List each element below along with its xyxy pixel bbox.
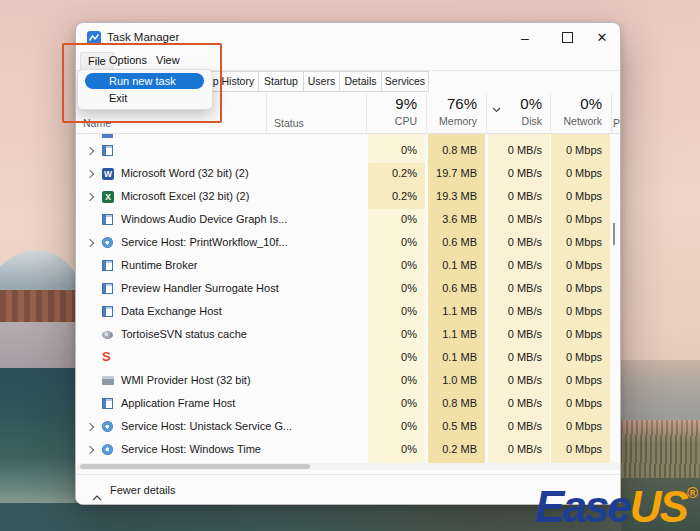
cpu-cell: 0% (368, 416, 425, 439)
disk-cell: 0 MB/s (488, 209, 550, 232)
disk-cell: 0 MB/s (488, 163, 550, 186)
table-row[interactable]: WMI Provider Host (32 bit)0%1.0 MB0 MB/s… (76, 370, 621, 393)
disk-cell: 0 MB/s (488, 278, 550, 301)
tab-users[interactable]: Users (303, 71, 340, 92)
network-cell: 0 Mbps (551, 416, 610, 439)
column-header-status[interactable]: Status (274, 117, 304, 129)
memory-cell: 0.2 MB (428, 439, 485, 462)
memory-cell: 0.8 MB (428, 140, 485, 163)
table-row[interactable]: Runtime Broker0%0.1 MB0 MB/s0 Mbps (76, 255, 621, 278)
table-row[interactable]: Service Host: Unistack Service G...0%0.5… (76, 416, 621, 439)
disk-cell: 0 MB/s (488, 347, 550, 370)
red-s-icon: S (102, 351, 111, 363)
expand-chevron-icon[interactable] (86, 239, 94, 247)
process-name: Microsoft Word (32 bit) (2) (121, 167, 249, 179)
wallpaper-slope (0, 322, 80, 372)
annotation-highlight-rect (62, 43, 222, 123)
disk-cell: 0 MB/s (488, 370, 550, 393)
tortoise-icon (102, 331, 113, 339)
minimize-button[interactable]: – (508, 23, 542, 53)
network-cell: 0 Mbps (551, 393, 610, 416)
vertical-scrollbar-thumb[interactable] (613, 223, 615, 245)
gear-icon (102, 444, 113, 455)
network-cell: 0 Mbps (551, 278, 610, 301)
window-title: Task Manager (107, 31, 179, 43)
memory-cell: 1.0 MB (428, 370, 485, 393)
disk-cell: 0 MB/s (488, 186, 550, 209)
process-name: Service Host: PrintWorkflow_10f... (121, 236, 288, 248)
process-name: Preview Handler Surrogate Host (121, 282, 279, 294)
table-row[interactable]: Data Exchange Host0%1.1 MB0 MB/s0 Mbps (76, 301, 621, 324)
memory-cell: 0.1 MB (428, 347, 485, 370)
tab-services[interactable]: Services (381, 71, 429, 92)
cpu-cell: 0% (368, 278, 425, 301)
app-window-icon (102, 398, 113, 409)
column-header-cpu[interactable]: 9% CPU (368, 94, 425, 133)
clipped-row-icon-fragment (102, 134, 113, 138)
expand-chevron-icon[interactable] (86, 170, 94, 178)
disk-cell: 0 MB/s (488, 140, 550, 163)
app-window-icon (102, 306, 113, 317)
close-button[interactable]: ✕ (585, 23, 619, 53)
table-row[interactable]: WMicrosoft Word (32 bit) (2)0.2%19.7 MB0… (76, 163, 621, 186)
row-list: 0%0.8 MB0 MB/s0 MbpsWMicrosoft Word (32 … (76, 140, 621, 462)
network-cell: 0 Mbps (551, 255, 610, 278)
expand-chevron-icon[interactable] (86, 147, 94, 155)
cpu-cell: 0.2% (368, 186, 425, 209)
network-cell: 0 Mbps (551, 324, 610, 347)
disk-cell: 0 MB/s (488, 301, 550, 324)
gear-icon (102, 421, 113, 432)
table-row[interactable]: Windows Audio Device Graph Is...0%3.6 MB… (76, 209, 621, 232)
table-row[interactable]: Preview Handler Surrogate Host0%0.6 MB0 … (76, 278, 621, 301)
table-row[interactable]: XMicrosoft Excel (32 bit) (2)0.2%19.3 MB… (76, 186, 621, 209)
table-row[interactable]: TortoiseSVN status cache0%1.1 MB0 MB/s0 … (76, 324, 621, 347)
column-separator (611, 93, 612, 134)
network-cell: 0 Mbps (551, 163, 610, 186)
table-row[interactable]: Service Host: Windows Time0%0.2 MB0 MB/s… (76, 439, 621, 462)
tab-startup[interactable]: Startup (258, 71, 304, 92)
cpu-cell: 0% (368, 209, 425, 232)
chevron-up-icon (92, 487, 102, 505)
network-cell: 0 Mbps (551, 301, 610, 324)
cpu-cell: 0% (368, 439, 425, 462)
column-separator (426, 93, 427, 134)
process-table: 0%0.8 MB0 MB/s0 MbpsWMicrosoft Word (32 … (76, 134, 621, 463)
table-row[interactable]: S0%0.1 MB0 MB/s0 Mbps (76, 347, 621, 370)
table-row[interactable]: Service Host: PrintWorkflow_10f...0%0.6 … (76, 232, 621, 255)
process-name: Service Host: Unistack Service G... (121, 420, 292, 432)
disk-cell: 0 MB/s (488, 393, 550, 416)
network-cell: 0 Mbps (551, 140, 610, 163)
wallpaper-haze (621, 360, 700, 424)
cpu-cell: 0% (368, 393, 425, 416)
memory-cell: 0.6 MB (428, 278, 485, 301)
cpu-cell: 0% (368, 255, 425, 278)
column-header-memory[interactable]: 76% Memory (428, 94, 485, 133)
column-separator (366, 93, 367, 134)
excel-icon: X (102, 191, 114, 203)
app-window-icon (102, 145, 113, 156)
table-row[interactable]: 0%0.8 MB0 MB/s0 Mbps (76, 140, 621, 163)
process-name: Microsoft Excel (32 bit) (2) (121, 190, 249, 202)
memory-cell: 1.1 MB (428, 324, 485, 347)
fewer-details-toggle[interactable]: Fewer details (110, 484, 175, 496)
disk-cell: 0 MB/s (488, 416, 550, 439)
cpu-cell: 0.2% (368, 163, 425, 186)
app-window-icon (102, 283, 113, 294)
column-header-network[interactable]: 0% Network (551, 94, 610, 133)
easeus-logo: EaseUS® (535, 469, 698, 531)
expand-chevron-icon[interactable] (86, 423, 94, 431)
expand-chevron-icon[interactable] (86, 446, 94, 454)
app-window-icon (102, 260, 113, 271)
wallpaper-trees (0, 290, 80, 326)
column-header-power-partial: Po (613, 117, 621, 129)
horizontal-scrollbar-thumb[interactable] (80, 464, 310, 469)
cpu-cell: 0% (368, 324, 425, 347)
process-name: TortoiseSVN status cache (121, 328, 247, 340)
column-separator (266, 93, 267, 134)
tab-details[interactable]: Details (339, 71, 382, 92)
maximize-button[interactable] (550, 23, 584, 53)
process-name: Application Frame Host (121, 397, 235, 409)
table-row[interactable]: Application Frame Host0%0.8 MB0 MB/s0 Mb… (76, 393, 621, 416)
expand-chevron-icon[interactable] (86, 193, 94, 201)
process-name: Windows Audio Device Graph Is... (121, 213, 287, 225)
